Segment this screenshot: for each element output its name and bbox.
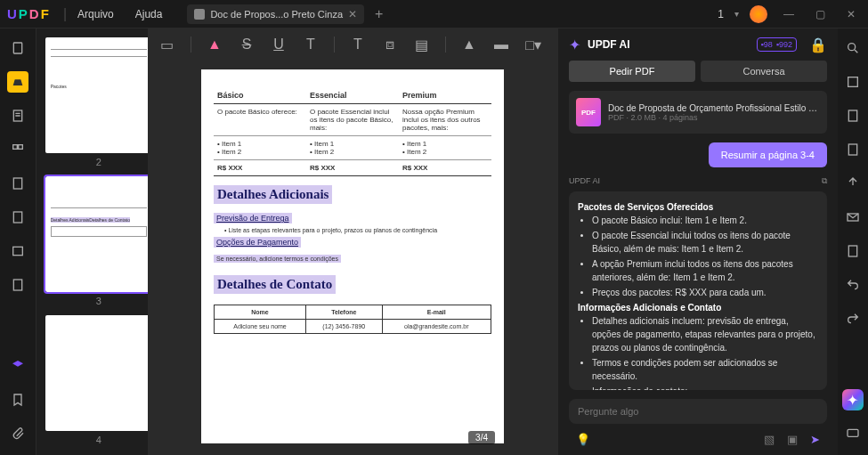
bookmark-icon[interactable] xyxy=(7,389,28,410)
tab-doc-icon xyxy=(194,9,205,20)
contact-title: Detalhes de Contato xyxy=(214,275,336,294)
layers-icon[interactable] xyxy=(7,355,28,377)
ai-assistant-icon[interactable]: ✦ xyxy=(842,389,864,410)
form-icon[interactable] xyxy=(7,274,28,296)
file-name: Doc de Proposta de Orçamento Profissiona… xyxy=(608,103,820,113)
save-icon[interactable] xyxy=(842,71,864,93)
svg-rect-2 xyxy=(13,145,18,150)
note-icon[interactable]: ▤ xyxy=(413,36,431,53)
text-icon[interactable]: T xyxy=(302,36,320,53)
close-button[interactable]: ✕ xyxy=(841,8,861,20)
svg-rect-11 xyxy=(848,144,856,155)
payment-subtitle: Opções de Pagamento xyxy=(214,237,301,248)
tab-chat[interactable]: Conversa xyxy=(701,61,827,82)
svg-rect-6 xyxy=(13,247,23,255)
tab-ask-pdf[interactable]: Pedir PDF xyxy=(569,61,695,82)
bulb-icon[interactable]: 💡 xyxy=(576,433,590,446)
menu-help[interactable]: Ajuda xyxy=(125,4,174,24)
protect-icon[interactable] xyxy=(7,240,28,262)
thumbnail-2[interactable]: Pacotes 2 xyxy=(45,37,148,167)
image-icon[interactable]: ▧ xyxy=(764,433,775,446)
ai-credits[interactable]: ▪98 ▪992 xyxy=(757,37,797,52)
send-button[interactable]: ➤ xyxy=(810,433,820,446)
shape-icon[interactable]: □▾ xyxy=(524,36,542,53)
ai-panel: ✦ UPDF AI ▪98 ▪992 🔒 Pedir PDF Conversa … xyxy=(557,28,838,455)
right-toolbar: ✦ xyxy=(838,28,868,455)
copy-icon[interactable]: ⧉ xyxy=(822,176,827,186)
attach-icon[interactable]: ▣ xyxy=(787,433,798,446)
highlight-tool-icon[interactable]: ▲ xyxy=(206,36,223,53)
pdf-page: Básico Essencial Premium O pacote Básico… xyxy=(201,69,504,443)
callout-icon[interactable]: ⧈ xyxy=(381,36,399,53)
document-area: ▭ ▲ S U T T ⧈ ▤ ▲ ▬ □▾ Básico Essencial … xyxy=(148,28,557,455)
thumbnail-panel: Pacotes 2 Detalhes AdicionaisDetalhes de… xyxy=(37,28,148,455)
undo-icon[interactable] xyxy=(842,274,864,296)
textbox-icon[interactable]: T xyxy=(349,36,367,53)
print-icon[interactable] xyxy=(842,139,864,160)
pkg-essential-header: Essencial xyxy=(306,91,399,100)
thumbnail-4[interactable]: 4 xyxy=(45,315,148,445)
maximize-button[interactable]: ▢ xyxy=(810,8,831,20)
chat-icon[interactable] xyxy=(842,423,864,444)
ai-input-box xyxy=(569,399,827,424)
strikethrough-icon[interactable]: S xyxy=(238,36,256,53)
email-icon[interactable] xyxy=(842,207,864,228)
svg-rect-10 xyxy=(848,110,856,121)
search-icon[interactable] xyxy=(842,37,864,59)
pkg-essential-desc: O pacote Essencial inclui os itens do pa… xyxy=(306,108,399,132)
export-icon[interactable] xyxy=(842,105,864,126)
file-meta: PDF · 2.0 MB · 4 páginas xyxy=(608,113,820,122)
convert-icon[interactable] xyxy=(7,173,28,194)
thumb-label: 3 xyxy=(45,296,148,306)
lock-icon[interactable]: 🔒 xyxy=(809,37,827,53)
comment-icon[interactable]: ▭ xyxy=(158,36,176,53)
page-icon[interactable] xyxy=(7,37,28,59)
thumbnail-3[interactable]: Detalhes AdicionaisDetalhes de Contato 3 xyxy=(45,176,148,306)
summarize-button[interactable]: Resumir a página 3-4 xyxy=(709,142,827,167)
add-tab-button[interactable]: + xyxy=(375,6,383,22)
user-avatar[interactable] xyxy=(750,5,767,23)
underline-icon[interactable]: U xyxy=(270,36,288,53)
svg-rect-13 xyxy=(848,246,856,256)
highlight-icon[interactable] xyxy=(7,71,28,93)
version-label: 1 xyxy=(718,8,724,20)
thumb-label: 4 xyxy=(45,435,148,445)
document-tab[interactable]: Doc de Propos...o Preto Cinza ✕ xyxy=(187,4,364,24)
ai-response: Pacotes de Serviços Oferecidos O pacote … xyxy=(569,191,827,390)
minimize-button[interactable]: — xyxy=(778,8,799,20)
app-logo: UPDF xyxy=(7,6,49,21)
chevron-down-icon[interactable]: ▾ xyxy=(734,9,739,19)
bullet-text: • Liste as etapas relevantes para o proj… xyxy=(224,227,491,233)
ai-prompt-input[interactable] xyxy=(578,406,818,417)
details-title: Detalhes Adicionais xyxy=(214,185,332,204)
pdf-icon: PDF xyxy=(576,98,601,126)
pkg-basic-header: Básico xyxy=(214,91,306,100)
menu-file[interactable]: Arquivo xyxy=(67,4,125,24)
redo-icon[interactable] xyxy=(842,308,864,329)
tool-icon[interactable] xyxy=(7,207,28,228)
file-card[interactable]: PDF Doc de Proposta de Orçamento Profiss… xyxy=(569,91,827,134)
svg-rect-5 xyxy=(13,212,21,223)
edit-icon[interactable] xyxy=(7,105,28,126)
edit-toolbar: ▭ ▲ S U T T ⧈ ▤ ▲ ▬ □▾ xyxy=(148,28,557,61)
tab-title: Doc de Propos...o Preto Cinza xyxy=(210,9,343,20)
svg-rect-7 xyxy=(13,280,21,290)
stamp-icon[interactable]: ▲ xyxy=(460,36,478,53)
signature-icon[interactable]: ▬ xyxy=(492,36,510,53)
svg-rect-4 xyxy=(13,178,21,189)
close-tab-icon[interactable]: ✕ xyxy=(348,8,357,20)
svg-rect-0 xyxy=(13,43,21,53)
contact-table: NomeTelefoneE-mail Adicione seu nome(12)… xyxy=(214,305,491,334)
document-viewport[interactable]: Básico Essencial Premium O pacote Básico… xyxy=(148,61,557,455)
share-icon[interactable] xyxy=(842,173,864,194)
thumb-label: 2 xyxy=(45,157,148,167)
attachment-icon[interactable] xyxy=(7,423,28,444)
svg-rect-9 xyxy=(848,77,858,87)
compress-icon[interactable] xyxy=(842,240,864,262)
price: R$ XXX xyxy=(214,164,306,172)
pkg-premium-desc: Nossa opção Premium inclui os itens dos … xyxy=(399,108,491,132)
organize-icon[interactable] xyxy=(7,139,28,160)
pkg-basic-desc: O pacote Básico oferece: xyxy=(214,108,306,132)
svg-point-8 xyxy=(848,44,856,51)
titlebar: UPDF | Arquivo Ajuda Doc de Propos...o P… xyxy=(0,0,868,28)
